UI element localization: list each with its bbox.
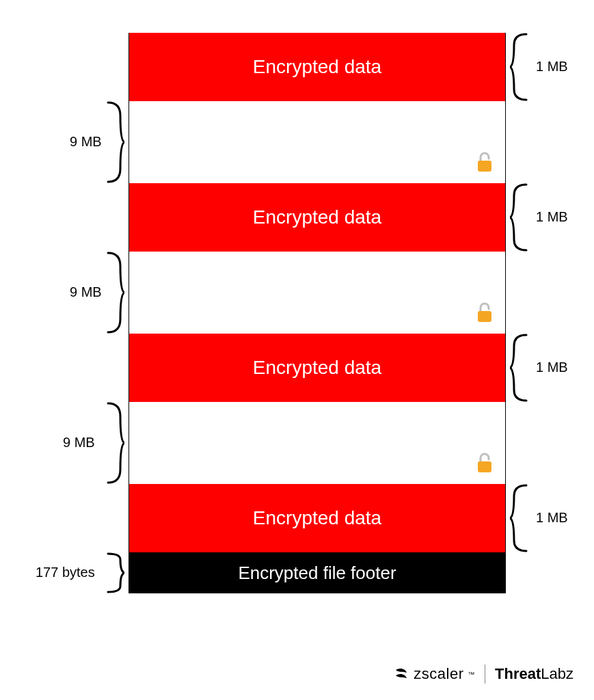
size-label: 9 MB (70, 284, 102, 300)
size-brace (510, 484, 529, 552)
unencrypted-gap-block (129, 402, 505, 484)
brand-zscaler-text: zscaler (414, 665, 463, 683)
size-brace (510, 183, 529, 252)
size-label: 9 MB (70, 134, 102, 150)
unencrypted-gap-block (129, 101, 505, 183)
size-brace (510, 334, 529, 402)
block-label: Encrypted file footer (238, 563, 396, 584)
size-label: 1 MB (536, 59, 568, 75)
zscaler-icon (393, 666, 409, 682)
size-brace (105, 402, 124, 484)
block-label: Encrypted data (253, 507, 381, 529)
brand-threatlabz: ThreatLabz (495, 665, 573, 683)
brand-threatlabz-light: Labz (541, 665, 573, 682)
size-brace (510, 33, 529, 101)
file-footer-block: Encrypted file footer (129, 552, 505, 593)
size-label: 1 MB (536, 510, 568, 526)
brand-zscaler: zscaler™ (393, 665, 475, 683)
svg-rect-1 (478, 311, 491, 322)
file-layout-stack: Encrypted data Encrypted data Encrypted … (129, 33, 506, 593)
footer-logo: zscaler™ ThreatLabz (393, 664, 573, 684)
encrypted-data-block: Encrypted data (129, 484, 505, 552)
encrypted-data-block: Encrypted data (129, 183, 505, 252)
unlocked-padlock-icon (475, 301, 494, 328)
size-brace (105, 101, 124, 183)
size-brace (105, 552, 124, 593)
size-label: 177 bytes (36, 565, 95, 580)
svg-rect-0 (478, 161, 491, 172)
unlocked-padlock-icon (475, 452, 494, 479)
size-brace (105, 252, 124, 334)
encrypted-data-block: Encrypted data (129, 334, 505, 402)
block-label: Encrypted data (253, 357, 381, 379)
size-label: 1 MB (536, 209, 568, 225)
encrypted-data-block: Encrypted data (129, 33, 505, 101)
block-label: Encrypted data (253, 56, 381, 78)
size-label: 9 MB (63, 435, 95, 450)
svg-rect-2 (478, 461, 491, 472)
logo-divider (485, 664, 485, 684)
unencrypted-gap-block (129, 252, 505, 334)
block-label: Encrypted data (253, 206, 381, 228)
unlocked-padlock-icon (475, 151, 494, 178)
size-label: 1 MB (536, 360, 568, 375)
trademark-symbol: ™ (468, 671, 476, 678)
brand-threatlabz-bold: Threat (495, 665, 541, 682)
